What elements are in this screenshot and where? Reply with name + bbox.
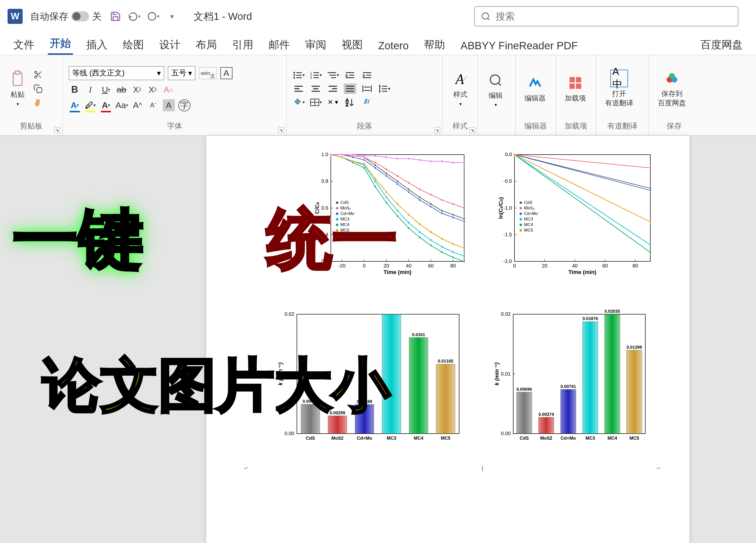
svg-rect-4 [15, 71, 20, 74]
tab-references[interactable]: 引用 [230, 35, 255, 55]
baidu-save-button[interactable]: 保存到 百度网盘 [655, 68, 689, 110]
font-color-button[interactable]: A▾ [100, 99, 112, 111]
clipboard-group-label: 剪贴板 [4, 119, 59, 133]
clear-formatting-button[interactable]: A◇ [162, 84, 174, 96]
italic-button[interactable]: I [84, 84, 96, 96]
svg-point-158 [352, 160, 354, 162]
text-effects-button[interactable]: A▾ [69, 99, 81, 111]
svg-text:CdS: CdS [306, 436, 315, 441]
svg-point-116 [463, 207, 465, 209]
tab-home[interactable]: 开始 [48, 33, 73, 55]
phonetic-guide-button[interactable]: wén文 [199, 67, 217, 79]
tab-zotero[interactable]: Zotero [376, 37, 411, 55]
asian-layout-button[interactable]: ✕ ▾ [327, 97, 339, 107]
editing-button[interactable]: 编辑▾ [484, 69, 507, 110]
font-size-select[interactable]: 五号▾ [168, 66, 195, 80]
character-shading-button[interactable]: A [163, 99, 175, 111]
borders-button[interactable]: ▾ [310, 97, 322, 107]
numbering-button[interactable]: 123▾ [310, 70, 322, 80]
change-case-button[interactable]: Aa▾ [115, 99, 128, 111]
align-right-button[interactable] [327, 84, 339, 94]
shading-button[interactable]: ▾ [293, 97, 305, 107]
character-border-button[interactable]: A [220, 67, 232, 79]
copy-icon[interactable] [32, 83, 44, 94]
svg-rect-277 [516, 392, 532, 434]
tab-view[interactable]: 视图 [340, 35, 365, 55]
clipboard-dialog-launcher[interactable]: ⬊ [54, 127, 60, 133]
styles-button[interactable]: A⁄ 样式▾ [449, 68, 472, 109]
decrease-indent-button[interactable] [344, 70, 356, 80]
strikethrough-button[interactable]: ab [115, 84, 128, 96]
svg-point-12 [293, 72, 295, 73]
undo-icon[interactable]: ▾ [128, 10, 141, 23]
enclose-characters-button[interactable]: 字 [178, 99, 190, 111]
title-bar: W 自动保存 关 ▾ ▾ ▾ 文档1 - Word [0, 0, 756, 33]
bold-button[interactable]: B [69, 84, 81, 96]
svg-text:MC3: MC3 [524, 217, 533, 222]
cut-icon[interactable] [32, 69, 44, 80]
distributed-button[interactable] [361, 84, 373, 94]
styles-dialog-launcher[interactable]: ⬊ [469, 127, 475, 133]
tab-help[interactable]: 帮助 [422, 35, 447, 55]
tab-design[interactable]: 设计 [157, 35, 182, 55]
align-justify-button[interactable] [344, 84, 356, 94]
svg-text:MoS2: MoS2 [540, 436, 552, 441]
redo-icon[interactable]: ▾ [147, 10, 160, 23]
search-icon [481, 11, 491, 21]
tab-draw[interactable]: 绘图 [121, 35, 146, 55]
group-baidu: 保存到 百度网盘 保存 [649, 55, 699, 135]
autosave-toggle[interactable]: 自动保存 关 [30, 10, 102, 23]
font-name-select[interactable]: 等线 (西文正文)▾ [69, 66, 164, 80]
tab-file[interactable]: 文件 [11, 35, 36, 55]
svg-rect-64 [576, 84, 581, 89]
superscript-button[interactable]: X2 [147, 84, 159, 96]
search-input[interactable] [496, 11, 732, 22]
youdao-button[interactable]: A中 打开 有道翻译 [602, 68, 636, 110]
svg-point-147 [374, 186, 376, 188]
shrink-font-button[interactable]: Aˇ [147, 99, 159, 111]
svg-point-155 [463, 261, 465, 263]
chart-bar-rate-2: 0.000.010.020.00696CdS0.00274MoS20.00741… [493, 307, 649, 447]
sort-button[interactable]: AZ [344, 97, 356, 107]
search-box[interactable] [474, 6, 738, 26]
tab-baidu[interactable]: 百度网盘 [698, 35, 745, 55]
line-spacing-button[interactable]: ▾ [378, 84, 390, 94]
grow-font-button[interactable]: A^ [132, 99, 144, 111]
paragraph-dialog-launcher[interactable]: ⬊ [434, 127, 440, 133]
tab-abbyy[interactable]: ABBYY FineReader PDF [458, 37, 580, 55]
save-icon[interactable] [109, 10, 122, 23]
addins-button[interactable]: 加载项 [562, 72, 589, 105]
align-left-button[interactable] [293, 84, 305, 94]
highlight-button[interactable]: 🖊▾ [84, 99, 96, 111]
svg-point-150 [408, 227, 410, 229]
svg-text:MC4: MC4 [608, 436, 617, 441]
svg-point-169 [330, 154, 332, 156]
underline-button[interactable]: U▾ [100, 84, 112, 96]
svg-point-171 [352, 154, 354, 156]
tab-insert[interactable]: 插入 [84, 35, 109, 55]
align-center-button[interactable] [310, 84, 322, 94]
tab-mailings[interactable]: 邮件 [267, 35, 292, 55]
tab-review[interactable]: 审阅 [303, 35, 328, 55]
svg-text:80: 80 [632, 263, 638, 269]
svg-text:40: 40 [406, 263, 411, 269]
svg-text:0.01165: 0.01165 [438, 359, 453, 363]
customize-qat-icon[interactable]: ▾ [166, 10, 178, 23]
font-dialog-launcher[interactable]: ⬊ [278, 127, 284, 133]
increase-indent-button[interactable] [361, 70, 373, 80]
editor-button[interactable]: 编辑器 [522, 72, 549, 105]
format-painter-icon[interactable] [32, 97, 44, 108]
svg-point-139 [430, 239, 432, 241]
paste-button[interactable]: 粘贴 ▾ [6, 68, 29, 109]
subscript-button[interactable]: X2 [131, 84, 143, 96]
multilevel-list-button[interactable]: ▾ [327, 70, 339, 80]
toggle-switch[interactable] [71, 11, 89, 21]
tab-layout[interactable]: 布局 [194, 35, 219, 55]
svg-text:Cd+Mo: Cd+Mo [357, 436, 372, 441]
show-marks-button[interactable] [361, 97, 373, 107]
svg-point-176 [408, 158, 410, 160]
paste-label: 粘贴 [11, 90, 25, 99]
bullets-button[interactable]: ▾ [293, 70, 305, 80]
addins-group-label: 加载项 [560, 119, 592, 133]
svg-point-96 [385, 172, 387, 174]
